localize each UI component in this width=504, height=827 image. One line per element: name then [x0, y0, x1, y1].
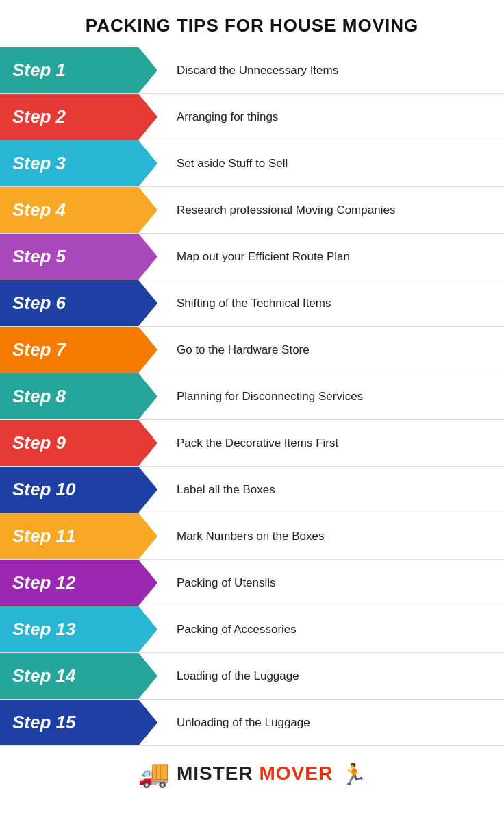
- step-label-11: Step 11: [0, 513, 158, 559]
- step-desc-5: Map out your Efficient Route Plan: [158, 234, 504, 280]
- step-row: Step 10Label all the Boxes: [0, 467, 504, 513]
- step-row: Step 7Go to the Hardware Store: [0, 327, 504, 373]
- step-desc-6: Shifting of the Technical Items: [158, 280, 504, 326]
- step-row: Step 8Planning for Disconnecting Service…: [0, 373, 504, 420]
- step-row: Step 1Discard the Unnecessary Items: [0, 47, 504, 94]
- step-desc-9: Pack the Decorative Items First: [158, 420, 504, 466]
- page-title: PACKING TIPS FOR HOUSE MOVING: [0, 0, 504, 47]
- step-desc-4: Research professional Moving Companies: [158, 187, 504, 233]
- brand-name: MISTER MOVER: [177, 763, 333, 785]
- step-row: Step 12Packing of Utensils: [0, 560, 504, 606]
- step-label-13: Step 13: [0, 606, 158, 652]
- step-row: Step 15Unloading of the Luggage: [0, 700, 504, 746]
- step-desc-12: Packing of Utensils: [158, 560, 504, 606]
- step-desc-2: Arranging for things: [158, 94, 504, 140]
- step-desc-3: Set aside Stuff to Sell: [158, 140, 504, 186]
- step-desc-14: Loading of the Luggage: [158, 653, 504, 699]
- step-label-4: Step 4: [0, 187, 158, 233]
- step-label-5: Step 5: [0, 234, 158, 280]
- step-label-8: Step 8: [0, 373, 158, 419]
- step-label-12: Step 12: [0, 560, 158, 606]
- step-label-3: Step 3: [0, 140, 158, 186]
- step-desc-1: Discard the Unnecessary Items: [158, 47, 504, 93]
- step-row: Step 14Loading of the Luggage: [0, 653, 504, 700]
- step-label-14: Step 14: [0, 653, 158, 699]
- step-label-2: Step 2: [0, 94, 158, 140]
- step-label-1: Step 1: [0, 47, 158, 93]
- step-desc-15: Unloading of the Luggage: [158, 700, 504, 745]
- truck-icon: 🚚: [138, 758, 170, 789]
- step-label-7: Step 7: [0, 327, 158, 373]
- step-label-9: Step 9: [0, 420, 158, 466]
- step-row: Step 3Set aside Stuff to Sell: [0, 140, 504, 187]
- step-desc-10: Label all the Boxes: [158, 467, 504, 513]
- step-row: Step 9Pack the Decorative Items First: [0, 420, 504, 467]
- steps-list: Step 1Discard the Unnecessary ItemsStep …: [0, 47, 504, 746]
- step-row: Step 4Research professional Moving Compa…: [0, 187, 504, 234]
- runner-icon: 🏃: [341, 762, 366, 786]
- step-desc-7: Go to the Hardware Store: [158, 327, 504, 373]
- step-desc-8: Planning for Disconnecting Services: [158, 373, 504, 419]
- step-desc-11: Mark Numbers on the Boxes: [158, 513, 504, 559]
- step-row: Step 6Shifting of the Technical Items: [0, 280, 504, 327]
- step-row: Step 2Arranging for things: [0, 94, 504, 140]
- step-label-10: Step 10: [0, 467, 158, 513]
- step-label-6: Step 6: [0, 280, 158, 326]
- step-row: Step 5Map out your Efficient Route Plan: [0, 234, 504, 280]
- step-desc-13: Packing of Accessories: [158, 606, 504, 652]
- step-row: Step 13Packing of Accessories: [0, 606, 504, 653]
- step-label-15: Step 15: [0, 700, 158, 745]
- step-row: Step 11Mark Numbers on the Boxes: [0, 513, 504, 560]
- logo-area: 🚚 MISTER MOVER 🏃: [0, 746, 504, 804]
